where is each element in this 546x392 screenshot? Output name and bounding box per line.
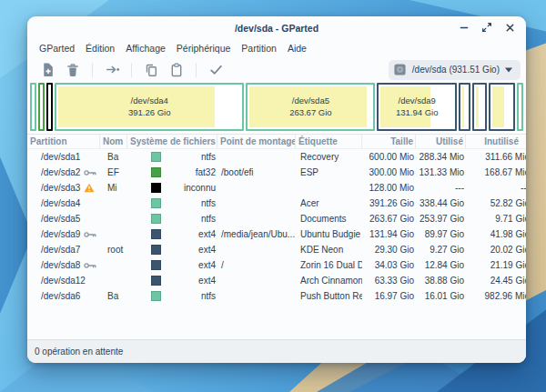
disk-segment-dev-sda2[interactable] bbox=[38, 83, 45, 131]
cell-mount-point: /boot/efi bbox=[217, 165, 296, 180]
cell-name: Mi bbox=[100, 180, 127, 196]
disk-segment-label: /dev/sda9131.94 Gio bbox=[379, 85, 455, 129]
partition-row-dev-sda9[interactable]: /dev/sda9ext4/media/jean/Ubu...Ubuntu Bu… bbox=[27, 226, 526, 242]
menubar: GPartedÉditionAffichagePériphériqueParti… bbox=[27, 38, 526, 57]
cell-unused: --- bbox=[466, 180, 526, 196]
disk-segment-dev-sda9[interactable]: /dev/sda9131.94 Gio bbox=[377, 83, 457, 131]
minimize-button[interactable] bbox=[457, 20, 471, 35]
menu-aide[interactable]: Aide bbox=[282, 41, 312, 55]
cell-mount-point bbox=[217, 180, 296, 196]
disk-segment-dev-sda6[interactable] bbox=[517, 83, 523, 131]
disk-drive-icon bbox=[393, 63, 407, 76]
segment-size: 391.26 Gio bbox=[128, 107, 170, 118]
partition-row-dev-sda7[interactable]: /dev/sda7rootext4KDE Neon29.30 Gio9.27 G… bbox=[27, 242, 526, 257]
menu-edition[interactable]: Édition bbox=[80, 41, 120, 55]
disk-segment-dev-sda5[interactable]: /dev/sda5263.67 Gio bbox=[246, 83, 375, 131]
cell-label: Acer bbox=[296, 196, 362, 211]
cell-used: 38.88 Gio bbox=[416, 273, 466, 288]
cell-used: --- bbox=[416, 180, 466, 196]
cell-name bbox=[100, 211, 127, 226]
clipboard-icon bbox=[169, 63, 184, 77]
menu-affichage[interactable]: Affichage bbox=[120, 41, 171, 55]
copy-button[interactable] bbox=[138, 60, 164, 80]
disk-segment-dev-sda4[interactable]: /dev/sda4391.26 Gio bbox=[55, 83, 244, 131]
disk-segment-dev-sda1[interactable] bbox=[30, 83, 36, 131]
cell-filesystem: ext4 bbox=[127, 257, 217, 273]
partition-row-dev-sda4[interactable]: /dev/sda4ntfsAcer391.26 Gio338.44 Gio52.… bbox=[27, 196, 526, 211]
cell-name bbox=[100, 257, 127, 273]
partition-row-dev-sda2[interactable]: /dev/sda2EFfat32/boot/efiESP300.00 Mio13… bbox=[27, 165, 526, 180]
close-button[interactable] bbox=[502, 20, 517, 35]
cell-partition: /dev/sda4 bbox=[27, 196, 100, 211]
apply-operations-button[interactable] bbox=[203, 60, 228, 80]
column-header-partition[interactable]: Partition bbox=[27, 135, 100, 148]
column-header-taille[interactable]: Taille bbox=[362, 135, 416, 148]
cell-partition: /dev/sda5 bbox=[27, 211, 100, 226]
filesystem-color-swatch bbox=[151, 229, 161, 239]
device-selector-label: /dev/sda (931.51 Gio) bbox=[412, 65, 500, 75]
key-icon bbox=[84, 261, 96, 270]
cell-size: 600.00 Mio bbox=[362, 149, 416, 165]
cell-mount-point bbox=[217, 273, 296, 288]
column-header-systeme-de-fichiers[interactable]: Système de fichiers bbox=[127, 135, 217, 148]
disk-segment-dev-sda8[interactable] bbox=[472, 83, 487, 131]
cell-mount-point: / bbox=[217, 257, 296, 273]
disk-segment-dev-sda7[interactable] bbox=[459, 83, 470, 131]
column-header-point-de-montage[interactable]: Point de montage bbox=[217, 135, 296, 148]
toolbar-separator bbox=[196, 63, 197, 77]
cell-mount-point bbox=[217, 211, 296, 226]
resize-move-button[interactable] bbox=[99, 60, 125, 80]
disk-segment-dev-sda3[interactable] bbox=[46, 83, 53, 131]
menu-peripherique[interactable]: Périphérique bbox=[171, 41, 237, 55]
cell-size: 63.33 Gio bbox=[362, 273, 416, 288]
cell-size: 391.26 Gio bbox=[362, 196, 416, 211]
partition-row-dev-sda3[interactable]: /dev/sda3Miinconnu128.00 Mio------ bbox=[27, 180, 526, 196]
cell-mount-point bbox=[217, 196, 296, 211]
new-partition-button[interactable] bbox=[35, 60, 60, 80]
cell-name: Ba bbox=[100, 149, 127, 165]
cell-unused: 9.71 Gio bbox=[466, 211, 526, 226]
filesystem-name: ext4 bbox=[198, 245, 216, 255]
disk-segment-used-space bbox=[462, 86, 464, 127]
column-header-nom[interactable]: Nom bbox=[100, 135, 127, 148]
disk-segment-dev-sda12[interactable] bbox=[489, 83, 515, 131]
partition-row-dev-sda6[interactable]: /dev/sda6BantfsPush Button Reset16.97 Gi… bbox=[27, 288, 526, 304]
trash-icon bbox=[66, 63, 80, 77]
titlebar[interactable]: /dev/sda - GParted bbox=[27, 16, 526, 38]
disk-segment-label: /dev/sda4391.26 Gio bbox=[56, 85, 242, 129]
cell-label: Push Button Reset bbox=[296, 288, 362, 304]
cell-unused: 20.02 Gio bbox=[466, 242, 526, 257]
device-selector[interactable]: /dev/sda (931.51 Gio) bbox=[389, 60, 521, 80]
column-header-etiquette[interactable]: Étiquette bbox=[296, 135, 362, 148]
partition-row-dev-sda1[interactable]: /dev/sda1BantfsRecovery600.00 Mio288.34 … bbox=[27, 149, 526, 165]
column-header-inutilise[interactable]: Inutilisé bbox=[466, 135, 526, 148]
partition-row-dev-sda8[interactable]: /dev/sda8ext4/Zorin 16 Dual DE34.03 Gio1… bbox=[27, 257, 526, 273]
partition-row-dev-sda5[interactable]: /dev/sda5ntfsDocuments263.67 Gio253.97 G… bbox=[27, 211, 526, 226]
column-header-utilise[interactable]: Utilisé bbox=[416, 135, 466, 148]
menu-gparted[interactable]: GParted bbox=[34, 41, 80, 55]
cell-filesystem: ntfs bbox=[127, 149, 217, 165]
partition-path: /dev/sda5 bbox=[41, 211, 80, 226]
cell-partition: /dev/sda6 bbox=[27, 288, 100, 304]
toolbar: /dev/sda (931.51 Gio) bbox=[27, 57, 526, 82]
delete-partition-button[interactable] bbox=[60, 60, 86, 80]
cell-mount-point bbox=[217, 242, 296, 257]
cell-label: Zorin 16 Dual DE bbox=[296, 257, 362, 273]
menu-partition[interactable]: Partition bbox=[236, 41, 282, 55]
maximize-button[interactable] bbox=[480, 20, 494, 35]
cell-filesystem: ext4 bbox=[127, 226, 217, 242]
segment-size: 263.67 Gio bbox=[289, 107, 331, 118]
partition-path: /dev/sda12 bbox=[41, 273, 86, 288]
paste-button[interactable] bbox=[164, 60, 189, 80]
cell-partition: /dev/sda1 bbox=[27, 149, 100, 165]
pending-operations-text: 0 opération en attente bbox=[35, 347, 123, 357]
cell-filesystem: ext4 bbox=[127, 273, 217, 288]
partition-path: /dev/sda1 bbox=[41, 149, 80, 165]
filesystem-name: ntfs bbox=[201, 214, 216, 224]
cell-partition: /dev/sda9 bbox=[27, 226, 100, 242]
partition-row-dev-sda12[interactable]: /dev/sda12ext4Arch Cinnamon63.33 Gio38.8… bbox=[27, 273, 526, 288]
cell-size: 300.00 Mio bbox=[362, 165, 416, 180]
partition-path: /dev/sda8 bbox=[41, 257, 80, 273]
cell-used: 9.27 Gio bbox=[416, 242, 466, 257]
cell-filesystem: inconnu bbox=[127, 180, 217, 196]
